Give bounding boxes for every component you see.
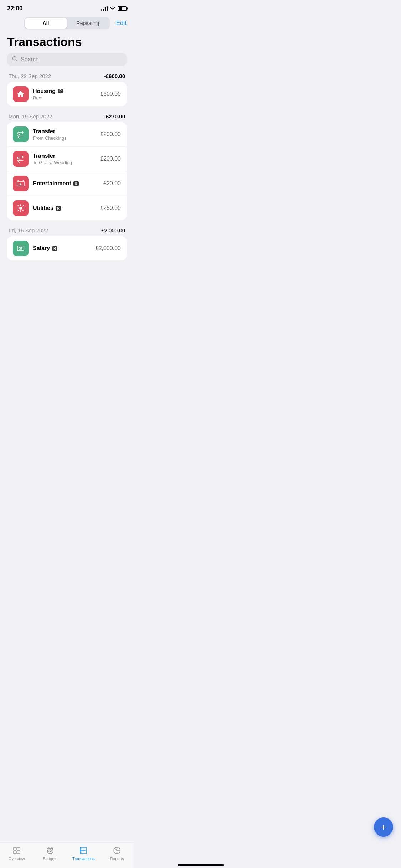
transfer-out-sub: To Goal // Wedding [33, 160, 96, 165]
status-icons [101, 6, 127, 11]
svg-point-4 [18, 180, 19, 181]
salary-icon [13, 241, 29, 256]
tab-repeating[interactable]: Repeating [67, 18, 109, 29]
transfer-in-info: Transfer From Checkings [33, 128, 96, 141]
entertainment-info: Entertainment R [33, 180, 99, 187]
date-header-1: Thu, 22 Sep 2022 -£600.00 [7, 72, 127, 82]
segmented-control[interactable]: All Repeating [24, 17, 110, 29]
date-total-1: -£600.00 [104, 73, 125, 79]
transaction-entertainment[interactable]: Entertainment R £20.00 [7, 171, 127, 196]
edit-button[interactable]: Edit [116, 20, 127, 27]
transfer-out-icon: $ [13, 151, 29, 167]
utilities-icon [13, 200, 29, 216]
housing-sub: Rent [33, 95, 96, 100]
date-header-2: Mon, 19 Sep 2022 -£270.00 [7, 112, 127, 122]
segmented-container: All Repeating Edit [0, 14, 134, 32]
transaction-utilities[interactable]: Utilities R £250.00 [7, 196, 127, 220]
entertainment-r-badge: R [73, 181, 79, 186]
page-title: Transactions [0, 32, 134, 53]
utilities-r-badge: R [56, 206, 61, 211]
tab-all[interactable]: All [25, 18, 67, 29]
date-group-3: Fri, 16 Sep 2022 £2,000.00 Salary [7, 226, 127, 260]
date-total-3: £2,000.00 [101, 227, 125, 233]
svg-point-6 [19, 207, 22, 210]
housing-amount: £600.00 [100, 91, 121, 97]
svg-rect-11 [19, 249, 22, 250]
status-bar: 22:00 [0, 0, 134, 14]
salary-info: Salary R [33, 245, 91, 252]
utilities-info: Utilities R [33, 205, 96, 211]
date-header-3: Fri, 16 Sep 2022 £2,000.00 [7, 226, 127, 236]
search-icon [12, 56, 18, 63]
transaction-card-2: $ Transfer From Checkings £200.00 $ [7, 122, 127, 220]
transaction-housing[interactable]: Housing R Rent £600.00 [7, 82, 127, 106]
battery-icon [118, 6, 127, 11]
transaction-card-3: Salary R £2,000.00 [7, 236, 127, 260]
transactions-list: Thu, 22 Sep 2022 -£600.00 Housing R Rent… [0, 72, 134, 295]
transaction-card-1: Housing R Rent £600.00 [7, 82, 127, 106]
search-bar[interactable]: Search [7, 53, 127, 66]
date-label-2: Mon, 19 Sep 2022 [9, 113, 52, 119]
svg-point-5 [23, 180, 24, 181]
transaction-transfer-in[interactable]: $ Transfer From Checkings £200.00 [7, 122, 127, 147]
date-group-2: Mon, 19 Sep 2022 -£270.00 $ Transfer Fro… [7, 112, 127, 220]
entertainment-name: Entertainment R [33, 180, 99, 187]
transfer-out-info: Transfer To Goal // Wedding [33, 153, 96, 165]
svg-rect-9 [20, 247, 22, 248]
date-label-1: Thu, 22 Sep 2022 [9, 73, 51, 79]
transfer-in-name: Transfer [33, 128, 96, 135]
transfer-out-name: Transfer [33, 153, 96, 159]
date-group-1: Thu, 22 Sep 2022 -£600.00 Housing R Rent… [7, 72, 127, 106]
utilities-name: Utilities R [33, 205, 96, 211]
salary-amount: £2,000.00 [96, 245, 121, 252]
svg-rect-8 [19, 247, 20, 248]
housing-r-badge: R [58, 89, 63, 93]
utilities-amount: £250.00 [100, 205, 121, 211]
salary-name: Salary R [33, 245, 91, 252]
housing-info: Housing R Rent [33, 88, 96, 100]
search-placeholder: Search [21, 56, 39, 63]
transaction-salary[interactable]: Salary R £2,000.00 [7, 236, 127, 260]
wifi-icon [110, 6, 115, 11]
transfer-in-icon: $ [13, 126, 29, 142]
date-total-2: -£270.00 [104, 113, 125, 119]
status-time: 22:00 [7, 5, 22, 12]
transfer-in-amount: £200.00 [100, 131, 121, 138]
housing-icon [13, 86, 29, 102]
signal-icon [101, 6, 108, 11]
transfer-out-amount: £200.00 [100, 156, 121, 162]
date-label-3: Fri, 16 Sep 2022 [9, 227, 48, 233]
transfer-in-sub: From Checkings [33, 135, 96, 141]
entertainment-icon [13, 176, 29, 191]
housing-name: Housing R [33, 88, 96, 94]
entertainment-amount: £20.00 [103, 180, 121, 187]
transaction-transfer-out[interactable]: $ Transfer To Goal // Wedding £200.00 [7, 147, 127, 171]
salary-r-badge: R [52, 246, 57, 251]
svg-rect-10 [20, 248, 22, 249]
